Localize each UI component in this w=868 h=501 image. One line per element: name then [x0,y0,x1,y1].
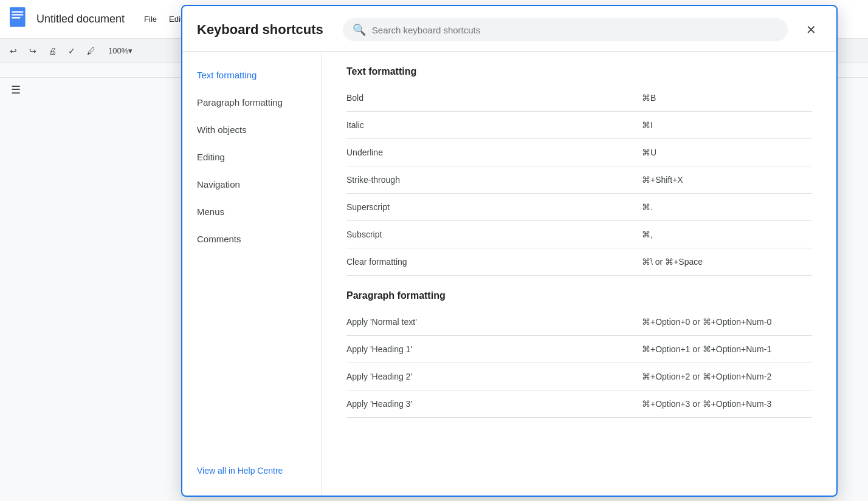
shortcut-keys-normal-text: ⌘+Option+0 or ⌘+Option+Num-0 [642,317,812,327]
shortcut-name-superscript: Superscript [346,202,642,212]
shortcut-row-italic: Italic ⌘I [346,112,812,139]
svg-rect-1 [12,11,23,12]
shortcut-name-normal-text: Apply 'Normal text' [346,317,642,327]
shortcut-row-underline: Underline ⌘U [346,139,812,166]
redo-button[interactable]: ↪ [24,43,41,60]
shortcut-name-heading1: Apply 'Heading 1' [346,344,642,354]
svg-rect-3 [12,17,20,18]
keyboard-shortcuts-dialog: Keyboard shortcuts 🔍 ✕ Text formatting P… [181,5,838,497]
shortcut-keys-italic: ⌘I [642,120,812,130]
shortcut-keys-underline: ⌘U [642,148,812,157]
zoom-value: 100% [108,46,128,55]
shortcut-keys-superscript: ⌘. [642,202,812,212]
help-centre-link[interactable]: View all in Help Centre [197,466,283,475]
svg-rect-2 [12,14,23,15]
shortcut-row-bold: Bold ⌘B [346,84,812,112]
shortcut-name-heading2: Apply 'Heading 2' [346,372,642,381]
shortcut-row-superscript: Superscript ⌘. [346,194,812,221]
modal-title: Keyboard shortcuts [197,22,323,38]
sidebar: Text formatting Paragraph formatting Wit… [182,52,322,496]
paragraph-formatting-title: Paragraph formatting [346,290,812,306]
search-bar[interactable]: 🔍 [343,18,788,41]
paint-format-button[interactable]: 🖊 [83,43,100,60]
sidebar-item-editing[interactable]: Editing [182,143,314,171]
shortcut-name-strikethrough: Strike-through [346,175,642,185]
shortcut-name-underline: Underline [346,148,642,157]
shortcut-name-heading3: Apply 'Heading 3' [346,399,642,409]
close-icon: ✕ [806,22,816,37]
text-formatting-title: Text formatting [346,66,812,82]
print-button[interactable]: 🖨 [44,43,61,60]
docs-icon [10,7,29,32]
shortcut-row-subscript: Subscript ⌘, [346,221,812,248]
close-button[interactable]: ✕ [800,19,822,41]
shortcut-row-heading1: Apply 'Heading 1' ⌘+Option+1 or ⌘+Option… [346,336,812,363]
shortcut-row-heading3: Apply 'Heading 3' ⌘+Option+3 or ⌘+Option… [346,390,812,418]
shortcut-keys-bold: ⌘B [642,93,812,103]
sidebar-nav: Text formatting Paragraph formatting Wit… [182,61,322,253]
shortcut-name-bold: Bold [346,93,642,103]
shortcut-keys-strikethrough: ⌘+Shift+X [642,175,812,185]
modal-body: Text formatting Paragraph formatting Wit… [182,52,836,496]
shortcut-row-clear-formatting: Clear formatting ⌘\ or ⌘+Space [346,248,812,276]
shortcut-row-heading2: Apply 'Heading 2' ⌘+Option+2 or ⌘+Option… [346,363,812,390]
outline-icon[interactable]: ☰ [5,79,27,101]
content-area[interactable]: Text formatting Bold ⌘B Italic ⌘I Underl… [322,52,836,496]
spellcheck-button[interactable]: ✓ [63,43,80,60]
shortcut-keys-heading3: ⌘+Option+3 or ⌘+Option+Num-3 [642,399,812,409]
zoom-control[interactable]: 100% ▾ [105,45,136,56]
shortcut-name-italic: Italic [346,120,642,130]
search-input[interactable] [372,25,778,35]
search-icon: 🔍 [353,23,366,36]
shortcut-row-strikethrough: Strike-through ⌘+Shift+X [346,166,812,194]
sidebar-item-comments[interactable]: Comments [182,225,314,253]
sidebar-item-text-formatting[interactable]: Text formatting [182,61,314,89]
shortcut-keys-clear-formatting: ⌘\ or ⌘+Space [642,257,812,267]
left-panel: ☰ [5,79,27,101]
menu-file[interactable]: File [139,12,162,26]
sidebar-item-with-objects[interactable]: With objects [182,116,314,143]
paragraph-formatting-section: Paragraph formatting Apply 'Normal text'… [346,290,812,418]
sidebar-footer: View all in Help Centre [182,455,322,486]
zoom-chevron-icon: ▾ [128,46,133,55]
undo-button[interactable]: ↩ [5,43,22,60]
document-title: Untitled document [36,13,125,26]
shortcut-keys-heading2: ⌘+Option+2 or ⌘+Option+Num-2 [642,372,812,381]
shortcut-row-normal-text: Apply 'Normal text' ⌘+Option+0 or ⌘+Opti… [346,308,812,336]
sidebar-item-menus[interactable]: Menus [182,198,314,225]
shortcut-name-clear-formatting: Clear formatting [346,257,642,267]
sidebar-item-navigation[interactable]: Navigation [182,171,314,198]
shortcut-name-subscript: Subscript [346,230,642,239]
shortcut-keys-heading1: ⌘+Option+1 or ⌘+Option+Num-1 [642,344,812,354]
sidebar-item-paragraph-formatting[interactable]: Paragraph formatting [182,89,314,116]
shortcut-keys-subscript: ⌘, [642,230,812,239]
modal-header: Keyboard shortcuts 🔍 ✕ [182,6,836,52]
text-formatting-section: Text formatting Bold ⌘B Italic ⌘I Underl… [346,66,812,276]
